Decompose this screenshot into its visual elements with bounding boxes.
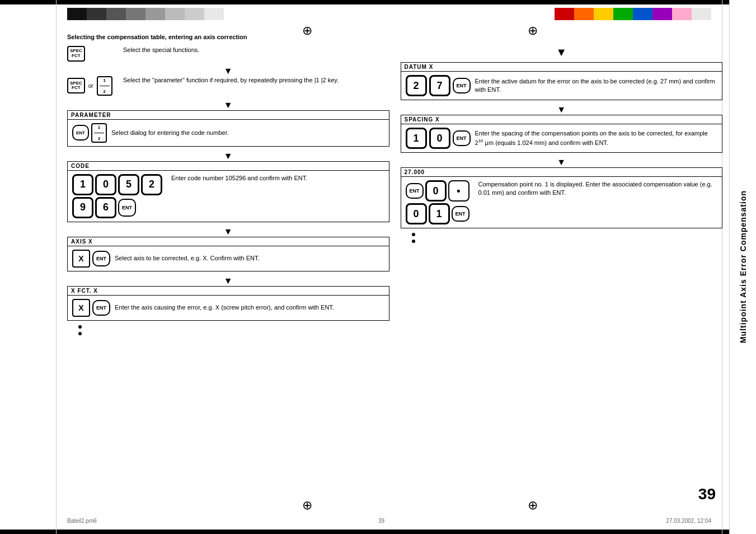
key-1-v2: 1 bbox=[429, 203, 450, 224]
crosshair-bottom-right: ⊕ bbox=[528, 498, 538, 513]
x-fct-text: Enter the axis causing the error, e.g. X… bbox=[115, 303, 384, 312]
key-7-datum: 7 bbox=[429, 75, 450, 96]
right-arrow1: ▼ bbox=[401, 105, 723, 115]
axis-x-box: AXIS X X ENT Select axis to be corrected… bbox=[67, 237, 389, 271]
step2-text: Select the "parameter" function if requi… bbox=[123, 76, 389, 85]
x-fct-box: X FCT. X X ENT Enter the axis causing th… bbox=[67, 286, 389, 321]
cb-l7 bbox=[185, 8, 204, 20]
key-0: 0 bbox=[95, 174, 116, 195]
ent-key-fct: ENT bbox=[92, 300, 110, 316]
left-column: SPEC FCT Select the special functions. ▼… bbox=[67, 46, 389, 339]
value-27-body: ENT 0 • 0 1 ENT Compensation point no. 1… bbox=[401, 177, 722, 228]
footer-center: 39 bbox=[378, 518, 384, 524]
vertical-title: Multipoint Axis Error Compensation bbox=[739, 190, 748, 343]
value-27-header: 27.000 bbox=[401, 168, 722, 177]
code-header: CODE bbox=[68, 162, 389, 171]
cb-l8 bbox=[204, 8, 224, 20]
step1-keys: SPEC FCT bbox=[67, 46, 118, 62]
cb-r1 bbox=[555, 8, 574, 20]
step1-text: Select the special functions. bbox=[123, 46, 389, 54]
value-27-text: Compensation point no. 1 is displayed. E… bbox=[478, 180, 718, 198]
datum-x-header: DATUM X bbox=[401, 63, 722, 72]
key-9: 9 bbox=[72, 197, 93, 218]
color-bar-right bbox=[555, 8, 711, 20]
code-text: Enter code number 105296 and confirm wit… bbox=[171, 174, 384, 182]
right-bullet2 bbox=[412, 240, 415, 243]
page-container: ⊕ ⊕ ⊕ ⊕ Multipoint Axis Error Compensati… bbox=[0, 0, 756, 534]
code-body: 1 0 5 2 9 6 ENT Enter code number bbox=[68, 171, 389, 222]
step-spec-fct: SPEC FCT Select the special functions. bbox=[67, 46, 389, 62]
ent-key-code: ENT bbox=[118, 199, 136, 217]
parameter-box: PARAMETER ENT 1 2 Select dialog for ente… bbox=[67, 110, 389, 147]
axis-x-keys: X ENT bbox=[72, 250, 110, 268]
cb-r7 bbox=[672, 8, 692, 20]
ent-key-axis: ENT bbox=[92, 251, 110, 266]
crosshair-bottom-left: ⊕ bbox=[302, 498, 312, 513]
cb-l4 bbox=[126, 8, 145, 20]
arrow3: ▼ bbox=[67, 151, 389, 161]
value-27-box: 27.000 ENT 0 • 0 1 ENT bbox=[401, 167, 723, 228]
cb-l5 bbox=[145, 8, 165, 20]
cb-r8 bbox=[692, 8, 711, 20]
v27-row2: 0 1 ENT bbox=[406, 203, 469, 224]
key-0-v1: 0 bbox=[425, 180, 447, 202]
x-key-axis: X bbox=[72, 250, 90, 268]
x-key-fct: X bbox=[72, 299, 90, 317]
v27-row1: ENT 0 • bbox=[406, 180, 469, 202]
top-border bbox=[0, 0, 756, 4]
cb-l1 bbox=[67, 8, 87, 20]
cb-r4 bbox=[613, 8, 633, 20]
parameter-header: PARAMETER bbox=[68, 111, 389, 120]
bullet1 bbox=[78, 325, 82, 329]
spacing-x-box: SPACING X 1 0 ENT Enter the spacing of t… bbox=[401, 115, 723, 153]
right-sidebar: Multipoint Axis Error Compensation bbox=[729, 0, 756, 534]
datum-x-text: Enter the active datum for the error on … bbox=[475, 77, 718, 95]
code-keys: 1 0 5 2 9 6 ENT bbox=[72, 174, 162, 218]
cb-l3 bbox=[106, 8, 126, 20]
right-arrow2: ▼ bbox=[401, 157, 723, 167]
axis-x-body: X ENT Select axis to be corrected, e.g. … bbox=[68, 246, 389, 271]
parameter-text: Select dialog for entering the code numb… bbox=[111, 129, 384, 137]
axis-x-header: AXIS X bbox=[68, 237, 389, 246]
datum-x-keys: 2 7 ENT bbox=[406, 75, 471, 96]
ent-key-v1: ENT bbox=[406, 183, 424, 199]
key-2: 2 bbox=[141, 174, 162, 195]
step-parameter-select: SPEC FCT or 1 2 Select the "parameter" f… bbox=[67, 76, 389, 96]
parameter-body: ENT 1 2 Select dialog for entering the c… bbox=[68, 120, 389, 146]
footer: Bateil2.pm6 39 27.03.2002, 12:04 bbox=[67, 518, 711, 524]
x-fct-keys: X ENT bbox=[72, 299, 110, 317]
value-27-keys: ENT 0 • 0 1 ENT bbox=[406, 180, 469, 224]
key-dot-v1: • bbox=[448, 180, 469, 202]
bottom-border bbox=[0, 530, 756, 534]
spacing-x-keys: 1 0 ENT bbox=[406, 128, 471, 149]
x-fct-header: X FCT. X bbox=[68, 287, 389, 296]
arrow1: ▼ bbox=[67, 66, 389, 76]
left-bullets bbox=[78, 325, 389, 335]
right-bullets bbox=[412, 233, 723, 243]
key-1-spacing: 1 bbox=[406, 128, 427, 149]
spec-fct-key: SPEC FCT bbox=[67, 46, 85, 62]
footer-right: 27.03.2002, 12:04 bbox=[666, 518, 711, 524]
axis-x-text: Select axis to be corrected, e.g. X. Con… bbox=[115, 254, 384, 263]
ent-key-datum: ENT bbox=[453, 78, 471, 93]
right-column: ▼ DATUM X 2 7 ENT Enter the active datum… bbox=[401, 46, 723, 339]
datum-x-box: DATUM X 2 7 ENT Enter the active datum f… bbox=[401, 62, 723, 100]
cb-r2 bbox=[574, 8, 594, 20]
ent-key-v2: ENT bbox=[452, 206, 469, 222]
spec-fct-key2: SPEC FCT bbox=[67, 78, 85, 93]
key-6: 6 bbox=[95, 197, 116, 218]
section-title: Selecting the compensation table, enteri… bbox=[67, 34, 722, 40]
step2-keys: SPEC FCT or 1 2 bbox=[67, 76, 118, 96]
two-column-layout: SPEC FCT Select the special functions. ▼… bbox=[67, 46, 722, 339]
datum-x-body: 2 7 ENT Enter the active datum for the e… bbox=[401, 72, 722, 100]
arrow2: ▼ bbox=[67, 100, 389, 110]
main-content: Selecting the compensation table, enteri… bbox=[67, 34, 722, 489]
cb-l2 bbox=[87, 8, 106, 20]
or-text: or bbox=[88, 83, 93, 89]
spacing-x-body: 1 0 ENT Enter the spacing of the compens… bbox=[401, 124, 722, 152]
code-keys-row1: 1 0 5 2 bbox=[72, 174, 162, 195]
parameter-keys: ENT 1 2 bbox=[72, 123, 107, 143]
key-2-datum: 2 bbox=[406, 75, 427, 96]
right-bullet1 bbox=[412, 233, 415, 236]
key-0-v2: 0 bbox=[406, 203, 427, 224]
